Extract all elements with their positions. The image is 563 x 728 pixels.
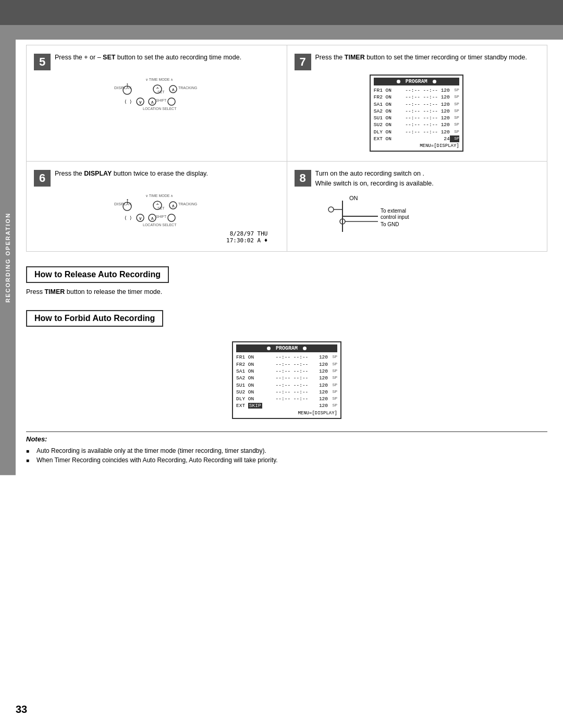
step-6-time: 17:30:02 A ♦ [34,237,268,244]
release-bold: TIMER [44,288,65,295]
svg-text:To external: To external [381,208,406,214]
step-7-text2: button to set the timer recording or tim… [365,54,527,61]
svg-text:⟨: ⟨ [125,99,127,104]
notes-item-1: Auto Recording is available only at the … [26,446,547,455]
svg-text:LOCATION SELECT: LOCATION SELECT [143,107,177,110]
step-6-text2: button twice to erase the display. [112,170,208,177]
prog-row-3: SA1 ON--:-- --:-- 120 SP [374,101,459,108]
forbid-prog-header: PROGRAM [236,344,337,352]
prog-menu: MENU=[DISPLAY] [374,143,459,149]
prog-row-7: DLY ON--:-- --:-- 120 SP [374,129,459,135]
sub-header-bar [0,25,563,40]
svg-text:∧: ∧ [172,87,175,92]
sidebar-label: RECORDING OPERATION [0,40,16,475]
svg-text:⟩: ⟩ [130,215,132,220]
forbid-program-display: PROGRAM FR1 ON--:-- --:-- 120 SP FR2 ON-… [232,341,341,418]
step-5-bold: SET [103,54,115,61]
forbid-section: How to Forbid Auto Recording PROGRAM FR1… [26,301,547,421]
notes-list: Auto Recording is available only at the … [26,446,547,465]
step-7-text: Press the TIMER button to set the timer … [315,53,527,63]
release-text: Press TIMER button to release the timer … [26,288,547,295]
svg-text:TRACKING: TRACKING [178,86,197,90]
svg-text:LOCATION SELECT: LOCATION SELECT [143,223,177,227]
step-6-bold: DISPLAY [84,170,112,177]
step-5-text: Press the + or – SET button to set the a… [55,53,241,63]
svg-text:∨: ∨ [139,216,142,221]
svg-text:⌃: ⌃ [155,203,160,208]
sidebar-text: RECORDING OPERATION [5,212,11,302]
forbid-prog-row-6: SU2 ON--:-- --:-- 120 SP [236,389,337,396]
step-5-cell: 5 Press the + or – SET button to set the… [27,45,287,162]
step-6-date: 8/28/97 THU [34,230,268,237]
page-number: 33 [16,704,27,715]
step-7-text1: Press the [315,54,345,61]
svg-text:SHIFT: SHIFT [156,215,167,218]
svg-text:SHIFT: SHIFT [156,98,167,102]
forbid-prog-row-3: SA1 ON--:-- --:-- 120 SP [236,368,337,375]
svg-text:∧: ∧ [172,203,175,208]
svg-text:∨ TIME MODE ∧: ∨ TIME MODE ∧ [145,78,173,81]
prog-row-6: SU2 ON--:-- --:-- 120 SP [374,121,459,128]
step-5-text1: Press the + or – [55,54,103,61]
prog-header: PROGRAM [374,78,459,85]
svg-text:control input: control input [381,214,409,220]
svg-point-18 [168,98,175,105]
step-7-cell: 7 Press the TIMER button to set the time… [287,45,548,162]
forbid-prog-row-4: SA2 ON--:-- --:-- 120 SP [236,375,337,381]
step-5-number: 5 [34,54,51,70]
svg-text:↑: ↑ [126,196,129,205]
step-6-number: 6 [34,170,51,187]
svg-text:∨ TIME MODE ∧: ∨ TIME MODE ∧ [145,194,173,198]
step-8-cell: 8 Turn on the auto recording switch on .… [287,162,548,252]
prog-row-2: FR2 ON--:-- --:-- 120 SP [374,94,459,101]
release-heading: How to Release Auto Recording [26,266,169,283]
svg-text:⌃: ⌃ [155,87,160,92]
svg-text:⟩: ⟩ [130,99,132,104]
notes-section: Notes: Auto Recording is available only … [26,431,547,465]
prog-row-1: FR1 ON--:-- --:-- 120 SP [374,87,459,94]
steps-grid: 5 Press the + or – SET button to set the… [26,45,547,252]
forbid-prog-menu: MENU=[DISPLAY] [236,411,337,416]
prog-dot-left [397,80,400,83]
step-8-text: Turn on the auto recording switch on . W… [315,169,434,189]
release-text2: button to release the timer mode. [65,288,162,295]
prog-title: PROGRAM [406,79,427,84]
step-8-text1: Turn on the auto recording switch on . [315,170,424,177]
main-content: RECORDING OPERATION 5 Press the + or – S… [0,40,563,475]
svg-text:To GND: To GND [381,221,399,227]
step-7-program-display: PROGRAM FR1 ON--:-- --:-- 120 SP FR2 ON-… [370,75,463,152]
forbid-prog-row-5: SU1 ON--:-- --:-- 120 SP [236,382,337,389]
svg-text:∧: ∧ [151,100,154,105]
step-6-text: Press the DISPLAY button twice to erase … [55,169,208,179]
step-8-number: 8 [295,170,311,187]
forbid-prog-dot-left [267,347,271,350]
forbid-prog-row-2: FR2 ON--:-- --:-- 120 SP [236,361,337,368]
skip-highlight: SKIP [248,403,262,409]
step-7-bold: TIMER [345,54,365,61]
step-6-cell: 6 Press the DISPLAY button twice to eras… [27,162,287,252]
svg-point-37 [168,214,175,221]
svg-text:↑: ↑ [126,81,129,89]
step-5-diagram: DISPLAY ∨ TIME MODE ∧ SET TRACKING LOCAT… [112,75,200,111]
step-8-text2: While switch is on, recording is availab… [315,180,434,187]
svg-text:∧: ∧ [151,216,154,221]
forbid-prog-dot-right [303,347,307,350]
prog-row-8: EXT ON 24 SP [374,135,459,142]
prog-row-4: SA2 ON--:-- --:-- 120 SP [374,108,459,115]
step-5-text2: button to set the auto recording time mo… [115,54,241,61]
step-6-time-display: 8/28/97 THU 17:30:02 A ♦ [34,230,278,244]
content-area: 5 Press the + or – SET button to set the… [16,40,563,475]
step-6-text1: Press the [55,170,84,177]
svg-text:TRACKING: TRACKING [178,202,197,206]
forbid-heading: How to Forbid Auto Recording [26,310,163,327]
svg-point-40 [328,207,334,212]
svg-text:∨: ∨ [139,100,142,105]
step-6-diagram: DISPLAY ∨ TIME MODE ∧ SET TRACKING LOCAT… [112,191,200,227]
prog-dot-right [433,80,436,83]
forbid-prog-title: PROGRAM [276,346,298,351]
forbid-prog-row-8: EXT SKIP 120 SP [236,402,337,409]
release-section: How to Release Auto Recording Press TIME… [26,257,547,295]
prog-row-5: SU1 ON--:-- --:-- 120 SP [374,115,459,121]
notes-title: Notes: [26,435,547,443]
top-header-bar [0,0,563,25]
